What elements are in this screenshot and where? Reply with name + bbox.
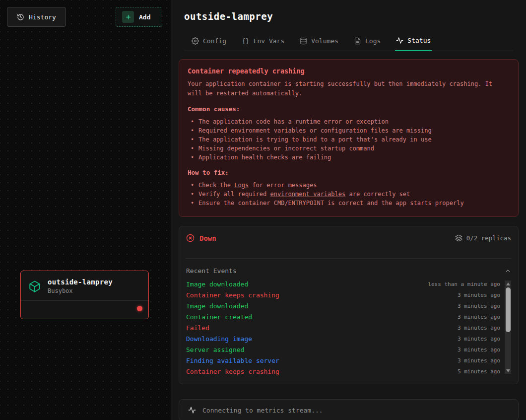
tab-env-vars-label: Env Vars bbox=[254, 37, 285, 45]
alert-causes-heading: Common causes: bbox=[188, 105, 510, 113]
file-text-icon bbox=[354, 37, 361, 45]
logs-link[interactable]: Logs bbox=[234, 182, 249, 189]
alert-fix-heading: How to fix: bbox=[188, 169, 510, 176]
alert-cause: Required environment variables or config… bbox=[188, 126, 510, 135]
page-title: outside-lamprey bbox=[184, 11, 513, 22]
service-detail-panel: outside-lamprey Config {} Env Vars bbox=[171, 0, 526, 420]
status-state-label: Down bbox=[199, 234, 216, 242]
tab-env-vars[interactable]: {} Env Vars bbox=[241, 34, 285, 51]
alert-causes-list: The application code has a runtime error… bbox=[188, 117, 510, 162]
tab-volumes[interactable]: Volumes bbox=[299, 34, 339, 51]
circle-x-icon bbox=[186, 234, 195, 242]
tab-config[interactable]: Config bbox=[191, 34, 227, 51]
project-canvas[interactable]: History Add outside-lamprey Busybox bbox=[0, 0, 171, 420]
database-icon bbox=[300, 37, 307, 45]
alert-cause: The application is trying to bind to a p… bbox=[188, 135, 510, 144]
tab-bar: Config {} Env Vars Volumes bbox=[184, 34, 513, 51]
service-card-outside-lamprey[interactable]: outside-lamprey Busybox bbox=[20, 271, 149, 319]
crash-alert: Container repeatedly crashing Your appli… bbox=[179, 59, 519, 217]
service-card-image: Busybox bbox=[48, 287, 113, 294]
event-row: Finding available server 3 minutes ago bbox=[186, 355, 500, 366]
crash-status-dot bbox=[137, 306, 142, 311]
status-card: Down 0/2 replicas Recent Events bbox=[179, 226, 519, 384]
events-scrollbar[interactable] bbox=[505, 280, 511, 374]
package-icon bbox=[28, 280, 41, 293]
plus-icon bbox=[122, 11, 134, 23]
alert-cause: Missing dependencies or incorrect startu… bbox=[188, 144, 510, 153]
alert-fix: Ensure the container CMD/ENTRYPOINT is c… bbox=[188, 199, 510, 208]
event-row: Container keeps crashing 3 minutes ago bbox=[186, 289, 500, 300]
service-card-footer bbox=[21, 300, 148, 316]
scrollbar-thumb[interactable] bbox=[506, 287, 511, 332]
add-button-label: Add bbox=[139, 13, 150, 21]
event-row: Server assigned 3 minutes ago bbox=[186, 344, 500, 355]
event-row: Container created 3 minutes ago bbox=[186, 311, 500, 322]
alert-cause: The application code has a runtime error… bbox=[188, 117, 510, 126]
gear-icon bbox=[192, 37, 199, 45]
env-vars-link[interactable]: environment variables bbox=[270, 191, 346, 198]
event-row: Downloading image 3 minutes ago bbox=[186, 333, 500, 344]
scrollbar-up-arrow[interactable] bbox=[505, 280, 511, 287]
activity-icon bbox=[396, 37, 403, 44]
tab-logs[interactable]: Logs bbox=[353, 34, 382, 51]
tab-volumes-label: Volumes bbox=[311, 37, 338, 45]
divider bbox=[186, 258, 512, 259]
history-icon bbox=[17, 13, 24, 21]
layers-icon bbox=[455, 234, 462, 242]
events-list: Image downloaded less than a minute ago … bbox=[186, 279, 511, 377]
replicas-count: 0/2 replicas bbox=[466, 234, 511, 242]
tab-status[interactable]: Status bbox=[395, 34, 432, 51]
event-row: Failed 3 minutes ago bbox=[186, 322, 500, 333]
alert-title: Container repeatedly crashing bbox=[188, 67, 510, 75]
recent-events-heading: Recent Events bbox=[186, 267, 237, 275]
alert-description: Your application container is starting s… bbox=[188, 79, 510, 98]
scrollbar-down-arrow[interactable] bbox=[505, 367, 511, 374]
history-button[interactable]: History bbox=[7, 7, 66, 27]
pulse-icon bbox=[188, 406, 196, 414]
braces-icon: {} bbox=[242, 37, 250, 45]
alert-cause: Application health checks are failing bbox=[188, 153, 510, 162]
chevron-up-icon[interactable] bbox=[505, 268, 511, 274]
alert-fixes-list: Check the Logs for error messages Verify… bbox=[188, 181, 510, 208]
tab-config-label: Config bbox=[203, 37, 226, 45]
metrics-stream-banner: Connecting to metrics stream... bbox=[179, 399, 519, 420]
event-row: Container keeps crashing 5 minutes ago bbox=[186, 366, 500, 377]
metrics-stream-text: Connecting to metrics stream... bbox=[202, 407, 323, 414]
service-card-name: outside-lamprey bbox=[48, 278, 113, 286]
alert-fix: Verify all required environment variable… bbox=[188, 190, 510, 199]
event-row: Image downloaded 3 minutes ago bbox=[186, 300, 500, 311]
history-button-label: History bbox=[29, 13, 56, 21]
event-row: Image downloaded less than a minute ago bbox=[186, 279, 500, 289]
tab-logs-label: Logs bbox=[365, 37, 381, 45]
alert-fix: Check the Logs for error messages bbox=[188, 181, 510, 190]
tab-status-label: Status bbox=[407, 37, 431, 44]
add-service-button[interactable]: Add bbox=[116, 7, 162, 27]
